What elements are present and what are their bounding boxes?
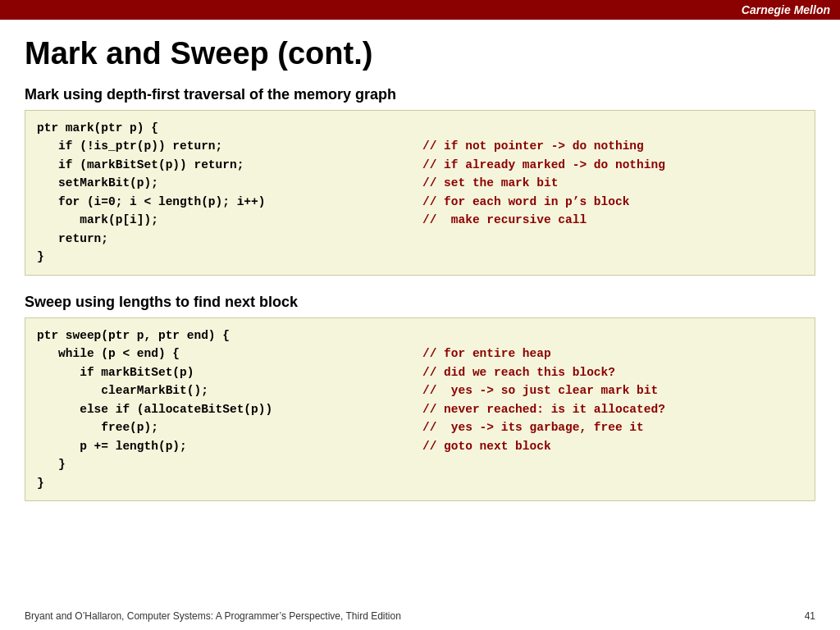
code-comment: // did we reach this block? — [422, 363, 615, 381]
code-left: else if (allocateBitSet(p)) — [37, 400, 422, 418]
code-line: if markBitSet(p)// did we reach this blo… — [37, 363, 803, 381]
code-line: ptr sweep(ptr p, ptr end) { — [37, 326, 803, 345]
code-line: else if (allocateBitSet(p))// never reac… — [37, 400, 803, 418]
code-comment: // if not pointer -> do nothing — [422, 137, 644, 155]
slide-content: Mark and Sweep (cont.) Mark using depth-… — [0, 20, 840, 527]
code-left: p += length(p); — [37, 437, 422, 455]
code-line: ptr mark(ptr p) { — [37, 119, 803, 137]
code-line: } — [37, 455, 803, 473]
sweep-section: Sweep using lengths to find next block p… — [25, 294, 815, 501]
code-line: } — [37, 248, 803, 266]
code-comment: // yes -> its garbage, free it — [422, 418, 644, 436]
code-left: while (p < end) { — [37, 345, 422, 363]
footer: Bryant and O’Hallaron, Computer Systems:… — [0, 610, 840, 622]
footer-citation: Bryant and O’Hallaron, Computer Systems:… — [25, 610, 401, 622]
code-comment: // for entire heap — [422, 345, 551, 363]
code-comment: // never reached: is it allocated? — [422, 400, 665, 418]
mark-code-box: ptr mark(ptr p) { if (!is_ptr(p)) return… — [25, 110, 815, 276]
code-left: for (i=0; i < length(p); i++) — [37, 193, 422, 211]
university-label: Carnegie Mellon — [742, 3, 830, 16]
code-line: clearMarkBit();// yes -> so just clear m… — [37, 381, 803, 399]
code-left: return; — [37, 230, 422, 248]
code-line: } — [37, 474, 803, 492]
code-line: setMarkBit(p);// set the mark bit — [37, 174, 803, 192]
mark-section: Mark using depth-first traversal of the … — [25, 86, 815, 276]
code-line: if (!is_ptr(p)) return;// if not pointer… — [37, 137, 803, 155]
sweep-code-box: ptr sweep(ptr p, ptr end) { while (p < e… — [25, 317, 815, 501]
code-line: p += length(p);// goto next block — [37, 437, 803, 455]
top-bar: Carnegie Mellon — [0, 0, 840, 20]
mark-section-heading: Mark using depth-first traversal of the … — [25, 86, 815, 103]
code-line: return; — [37, 230, 803, 248]
code-left: } — [37, 248, 422, 266]
slide-title: Mark and Sweep (cont.) — [25, 36, 815, 71]
code-left: } — [37, 474, 422, 492]
code-left: setMarkBit(p); — [37, 174, 422, 192]
code-comment: // if already marked -> do nothing — [422, 156, 665, 174]
code-line: while (p < end) {// for entire heap — [37, 345, 803, 363]
code-comment: // for each word in p’s block — [422, 193, 629, 211]
code-comment: // goto next block — [422, 437, 551, 455]
code-comment: // set the mark bit — [422, 174, 558, 192]
code-left: if (markBitSet(p)) return; — [37, 156, 422, 174]
code-left: mark(p[i]); — [37, 211, 422, 229]
code-left: if markBitSet(p) — [37, 363, 422, 381]
code-left: ptr sweep(ptr p, ptr end) { — [37, 326, 422, 345]
code-left: clearMarkBit(); — [37, 381, 422, 399]
code-left: if (!is_ptr(p)) return; — [37, 137, 422, 155]
code-line: if (markBitSet(p)) return;// if already … — [37, 156, 803, 174]
sweep-section-heading: Sweep using lengths to find next block — [25, 294, 815, 311]
code-left: } — [37, 455, 422, 473]
footer-page-number: 41 — [805, 610, 815, 622]
code-line: for (i=0; i < length(p); i++)// for each… — [37, 193, 803, 211]
code-comment: // make recursive call — [422, 211, 587, 229]
code-line: mark(p[i]);// make recursive call — [37, 211, 803, 229]
code-line: free(p);// yes -> its garbage, free it — [37, 418, 803, 436]
code-left: free(p); — [37, 418, 422, 436]
code-comment: // yes -> so just clear mark bit — [422, 381, 658, 399]
code-left: ptr mark(ptr p) { — [37, 119, 422, 137]
